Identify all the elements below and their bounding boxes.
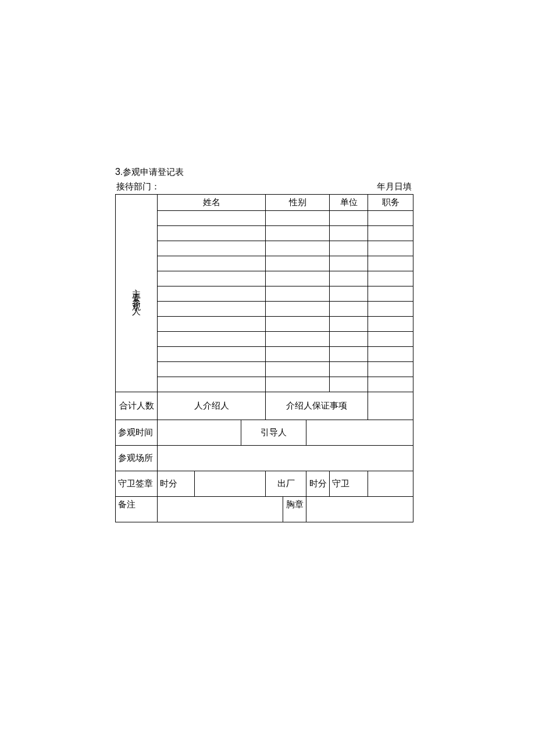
remark-cell xyxy=(158,497,283,522)
table-row xyxy=(116,377,413,392)
visit-time-cell xyxy=(158,420,241,446)
table-row xyxy=(116,271,413,286)
table-row xyxy=(116,362,413,377)
main-visitor-label: 主要参观人 xyxy=(116,195,158,392)
dept-label: 接待部门： xyxy=(116,181,160,192)
col-unit: 单位 xyxy=(330,195,368,211)
col-name: 姓名 xyxy=(158,195,266,211)
total-row: 合计人数 人介绍人 介绍人保证事项 xyxy=(116,392,413,420)
table-row xyxy=(116,256,413,271)
guard-sign-row: 守卫签章 时分 出厂 时分 守卫 xyxy=(116,471,413,497)
guarantee-label: 介绍人保证事项 xyxy=(266,392,368,420)
table-row xyxy=(116,347,413,362)
badge-label: 胸章 xyxy=(283,497,306,522)
table-header-row: 主要参观人 姓名 性别 单位 职务 xyxy=(116,195,413,211)
table-row xyxy=(116,226,413,241)
guide-cell xyxy=(306,420,413,446)
title-text: 参观申请登记表 xyxy=(123,167,184,177)
visit-time-row: 参观时间 引导人 xyxy=(116,420,413,446)
badge-cell xyxy=(306,497,413,522)
remark-label: 备注 xyxy=(116,497,158,522)
table-row xyxy=(116,211,413,226)
time-hm-label: 时分 xyxy=(158,471,195,497)
visitor-form-table: 主要参观人 姓名 性别 单位 职务 合计人数 人介绍人 介绍人保证事项 参观时间 xyxy=(115,194,413,522)
guard-label: 守卫 xyxy=(330,471,368,497)
visit-place-cell xyxy=(158,446,413,471)
introducer-label: 人介绍人 xyxy=(158,392,266,420)
visit-place-label: 参观场所 xyxy=(116,446,158,471)
total-people-label: 合计人数 xyxy=(116,392,158,420)
exit-hm-label: 时分 xyxy=(306,471,330,497)
header-line: 接待部门： 年月日填 xyxy=(115,181,413,192)
col-gender: 性别 xyxy=(266,195,330,211)
visit-place-row: 参观场所 xyxy=(116,446,413,471)
table-row xyxy=(116,286,413,302)
guarantee-cell xyxy=(368,392,413,420)
guide-label: 引导人 xyxy=(241,420,306,446)
guard-sign-cell1 xyxy=(195,471,266,497)
exit-label: 出厂 xyxy=(266,471,306,497)
table-row xyxy=(116,302,413,317)
guard-sign-label: 守卫签章 xyxy=(116,471,158,497)
remark-row: 备注 胸章 xyxy=(116,497,413,522)
form-title: 3.参观申请登记表 xyxy=(115,167,413,178)
title-number: 3 xyxy=(115,167,120,177)
date-label: 年月日填 xyxy=(377,181,412,192)
table-row xyxy=(116,332,413,347)
col-position: 职务 xyxy=(368,195,413,211)
table-row xyxy=(116,317,413,332)
guard-cell xyxy=(368,471,413,497)
table-row xyxy=(116,241,413,256)
visit-time-label: 参观时间 xyxy=(116,420,158,446)
